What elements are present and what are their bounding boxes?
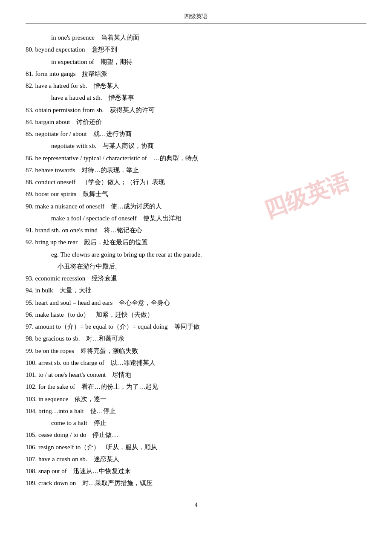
list-item: negotiate with sb. 与某人商议，协商 [26,140,366,151]
list-item: 85. negotiate for / about 就…进行协商 [26,128,366,139]
list-item: 96. make haste（to do） 加紧，赶快（去做） [26,309,366,320]
list-item: 95. heart and soul = head and ears 全心全意，… [26,297,366,308]
list-item: 93. economic recession 经济衰退 [26,273,366,284]
list-item: 90. make a nuisance of oneself 使…成为讨厌的人 [26,201,366,212]
list-item: 84. bargain about 讨价还价 [26,116,366,127]
list-item: 101. to / at one's heart's content 尽情地 [26,369,366,380]
list-item: 108. snap out of 迅速从…中恢复过来 [26,465,366,477]
page-footer: 4 [26,502,366,509]
list-item: 104. bring…into a halt 使…停止 [26,405,366,416]
list-item: 89. boost our spirits 鼓舞士气 [26,188,366,199]
list-item: make a fool / spectacle of oneself 使某人出洋… [26,213,366,224]
list-item: come to a halt 停止 [26,417,366,428]
list-item: 小丑将在游行中殿后。 [26,261,366,272]
list-item: 102. for the sake of 看在…的份上，为了…起见 [26,381,366,392]
header-title: 四级英语 [184,13,208,20]
list-item: in one's presence 当着某人的面 [26,32,366,43]
list-item: 91. brand sth. on one's mind 将…铭记在心 [26,225,366,236]
list-item: 94. in bulk 大量，大批 [26,285,366,296]
list-item: 106. resign oneself to（介） 听从，服从，顺从 [26,442,366,453]
list-item: 97. amount to（介）= be equal to（介）= equal … [26,321,366,332]
list-item: 81. form into gangs 拉帮结派 [26,68,366,79]
list-item: 83. obtain permission from sb. 获得某人的许可 [26,104,366,116]
list-item: 103. in sequence 依次，逐一 [26,393,366,405]
list-item: 86. be representative / typical / charac… [26,153,366,164]
page-header: 四级英语 [26,13,366,23]
content-area: in one's presence 当着某人的面80. beyond expec… [26,32,366,489]
list-item: 82. have a hatred for sb. 憎恶某人 [26,80,366,91]
list-item: 109. crack down on 对…采取严厉措施，镇压 [26,477,366,489]
list-item: eg. The clowns are going to bring up the… [26,249,366,260]
page-number: 4 [195,502,198,508]
list-item: 107. have a crush on sb. 迷恋某人 [26,454,366,465]
list-item: 80. beyond expectation 意想不到 [26,44,366,55]
list-item: 99. be on the ropes 即将完蛋，濒临失败 [26,345,366,356]
list-item: 87. behave towards 对待…的表现，举止 [26,165,366,176]
list-item: 92. bring up the rear 殿后，处在最后的位置 [26,237,366,248]
list-item: 88. conduct oneself （学会）做人；（行为）表现 [26,176,366,188]
list-item: have a hatred at sth. 憎恶某事 [26,92,366,103]
list-item: 100. arrest sb. on the charge of 以…罪逮捕某人 [26,357,366,368]
list-item: 105. cease doing / to do 停止做… [26,429,366,440]
list-item: in expectation of 期望，期待 [26,56,366,67]
list-item: 98. be gracious to sb. 对…和蔼可亲 [26,333,366,344]
